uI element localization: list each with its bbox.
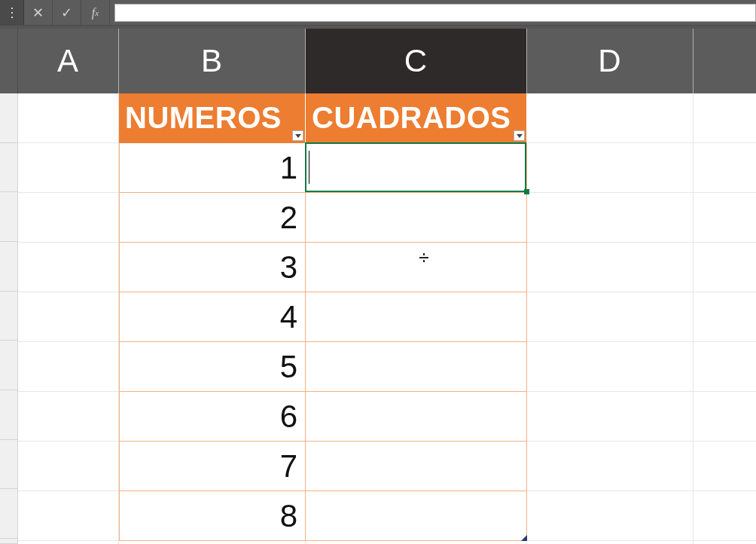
select-all-corner[interactable]: [0, 29, 18, 93]
worksheet-grid[interactable]: NUMEROS CUADRADOS 1 2: [0, 93, 756, 544]
filter-button-cuadrados[interactable]: [514, 130, 525, 141]
cell-C2[interactable]: [306, 143, 527, 193]
column-headers: A B C D: [0, 26, 756, 93]
cell-E7[interactable]: [694, 392, 756, 442]
cancel-entry-button[interactable]: ✕: [24, 0, 53, 25]
row-header-7[interactable]: [0, 390, 18, 440]
cell-B5[interactable]: 4: [119, 292, 306, 342]
cell-B8[interactable]: 7: [119, 442, 306, 491]
cell-D9[interactable]: [527, 491, 694, 541]
row-header-9[interactable]: [0, 489, 18, 539]
row-header-2[interactable]: [0, 143, 18, 193]
cell-C10[interactable]: [306, 541, 527, 544]
confirm-entry-button[interactable]: ✓: [53, 0, 81, 25]
cell-B3[interactable]: 2: [119, 193, 306, 243]
cell-D6[interactable]: [527, 342, 694, 392]
cell-E4[interactable]: [694, 243, 756, 292]
row-header-8[interactable]: [0, 440, 18, 490]
cell-A5[interactable]: [18, 292, 119, 342]
cell-A3[interactable]: [18, 193, 119, 243]
cell-C3[interactable]: [306, 193, 527, 243]
cell-D2[interactable]: [527, 143, 694, 193]
formula-bar: ✕ ✓ fx: [0, 0, 756, 26]
cell-B9[interactable]: 8: [119, 491, 306, 541]
cell-A7[interactable]: [18, 392, 119, 442]
cell-A8[interactable]: [18, 442, 119, 491]
col-header-C[interactable]: C: [306, 29, 527, 93]
cell-D7[interactable]: [527, 392, 694, 442]
cell-B2[interactable]: 1: [119, 143, 306, 193]
cell-A4[interactable]: [18, 243, 119, 292]
formula-input[interactable]: [114, 4, 756, 22]
cell-D3[interactable]: [527, 193, 694, 243]
cell-E9[interactable]: [694, 491, 756, 541]
edit-caret: [309, 151, 309, 184]
cell-A10[interactable]: [18, 541, 119, 544]
row-header-10[interactable]: [0, 539, 18, 544]
cell-C4[interactable]: [306, 243, 527, 292]
row-header-1[interactable]: [0, 93, 18, 143]
cell-D4[interactable]: [527, 243, 694, 292]
cell-B10[interactable]: [119, 541, 306, 544]
fill-handle[interactable]: [524, 189, 529, 194]
cell-C6[interactable]: [306, 342, 527, 392]
cell-B6[interactable]: 5: [119, 342, 306, 392]
cell-D5[interactable]: [527, 292, 694, 342]
table-header-cuadrados[interactable]: CUADRADOS: [306, 93, 527, 143]
cell-A1[interactable]: [18, 93, 119, 143]
cell-B7[interactable]: 6: [119, 392, 306, 442]
cell-E6[interactable]: [694, 342, 756, 392]
cell-E5[interactable]: [694, 292, 756, 342]
table-header-numeros[interactable]: NUMEROS: [119, 93, 306, 143]
cell-E1[interactable]: [694, 93, 756, 143]
cell-A6[interactable]: [18, 342, 119, 392]
cell-C9[interactable]: [306, 491, 527, 541]
row-header-6[interactable]: [0, 341, 18, 390]
row-header-5[interactable]: [0, 292, 18, 341]
cell-D10[interactable]: [527, 541, 694, 544]
name-box-drag-handle[interactable]: [0, 0, 24, 25]
insert-function-button[interactable]: fx: [81, 0, 110, 25]
cell-E8[interactable]: [694, 442, 756, 491]
cell-E3[interactable]: [694, 193, 756, 243]
cell-A2[interactable]: [18, 143, 119, 193]
table-resize-handle[interactable]: [521, 535, 527, 541]
table-header-label: NUMEROS: [125, 101, 282, 135]
row-header-4[interactable]: [0, 242, 18, 292]
table-header-label: CUADRADOS: [312, 101, 511, 135]
cell-C7[interactable]: [306, 392, 527, 442]
col-header-A[interactable]: A: [18, 29, 119, 93]
cell-C8[interactable]: [306, 442, 527, 491]
row-headers: [0, 93, 18, 544]
cell-B4[interactable]: 3: [119, 243, 306, 292]
col-header-B[interactable]: B: [119, 29, 306, 93]
cell-E10[interactable]: [694, 541, 756, 544]
cell-C5[interactable]: [306, 292, 527, 342]
cell-E2[interactable]: [694, 143, 756, 193]
cell-A9[interactable]: [18, 491, 119, 541]
col-header-D[interactable]: D: [527, 29, 694, 93]
col-header-E[interactable]: [694, 29, 756, 93]
row-header-3[interactable]: [0, 192, 18, 242]
cell-D8[interactable]: [527, 442, 694, 491]
filter-button-numeros[interactable]: [292, 130, 303, 141]
cell-D1[interactable]: [527, 93, 694, 143]
